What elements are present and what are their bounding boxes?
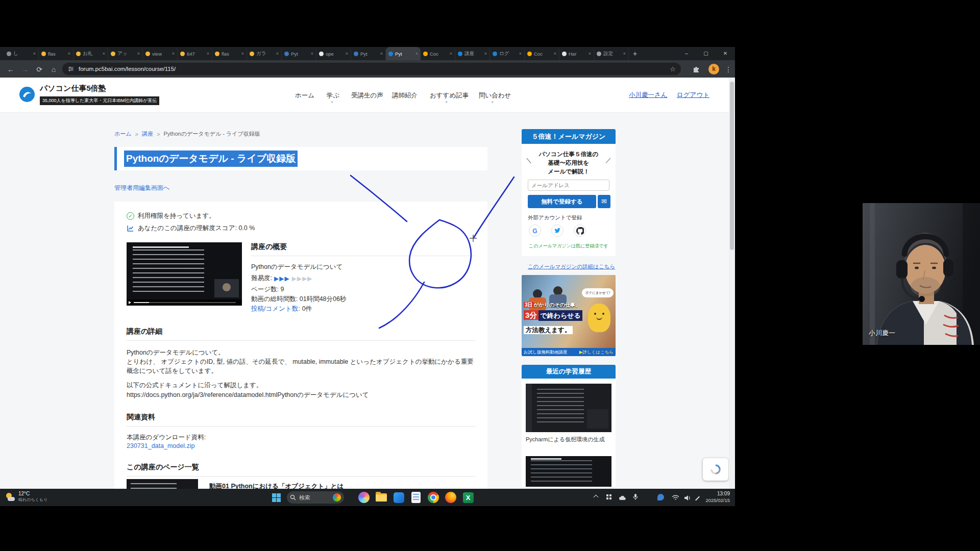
tab-close-icon[interactable]: × bbox=[623, 51, 626, 56]
subscribe-button[interactable]: 無料で登録する bbox=[528, 195, 596, 208]
tab-close-icon[interactable]: × bbox=[589, 51, 591, 56]
new-tab-button[interactable]: + bbox=[629, 47, 641, 60]
browser-tab[interactable]: ガラ× bbox=[247, 47, 282, 60]
mailmagazine-detail-link[interactable]: このメールマガジンの詳細はこちら bbox=[528, 263, 615, 270]
browser-tab[interactable]: Pyt× bbox=[351, 47, 386, 60]
site-info-icon[interactable] bbox=[67, 65, 75, 72]
tab-close-icon[interactable]: × bbox=[311, 51, 313, 56]
start-button[interactable] bbox=[270, 491, 283, 504]
site-brand-title[interactable]: パソコン仕事5倍塾 bbox=[40, 84, 106, 93]
user-account-link[interactable]: 小川慶一さん bbox=[629, 91, 668, 99]
tray-wifi-icon[interactable] bbox=[672, 493, 679, 503]
tab-close-icon[interactable]: × bbox=[207, 51, 209, 56]
bookmark-star-icon[interactable]: ☆ bbox=[670, 65, 676, 73]
tray-mic-icon[interactable] bbox=[632, 493, 639, 503]
page-scrollbar[interactable] bbox=[729, 78, 735, 489]
admin-edit-link[interactable]: 管理者用編集画面へ bbox=[114, 184, 169, 192]
tab-close-icon[interactable]: × bbox=[103, 51, 105, 56]
history-item-title[interactable]: Pycharmによる仮想環境の生成 bbox=[526, 436, 604, 443]
nav-home[interactable]: ホーム bbox=[295, 91, 314, 100]
window-minimize-button[interactable]: – bbox=[677, 47, 696, 60]
google-login-button[interactable]: G bbox=[529, 224, 541, 237]
envelope-icon[interactable]: ✉ bbox=[598, 195, 610, 208]
window-maximize-button[interactable]: ▢ bbox=[696, 47, 716, 60]
tray-grid-icon[interactable] bbox=[606, 494, 611, 499]
tray-chevron-icon[interactable] bbox=[594, 495, 598, 499]
extensions-icon[interactable] bbox=[692, 65, 700, 73]
logout-link[interactable]: ログアウト bbox=[677, 91, 709, 99]
tray-chat-icon[interactable] bbox=[657, 494, 664, 500]
history-thumbnail-2[interactable] bbox=[526, 456, 611, 487]
tab-close-icon[interactable]: × bbox=[241, 51, 244, 56]
ad-banner[interactable]: 3日がかりのその仕事、 3分で終わらせる 方法教えます。 ボクにまかせて! お試… bbox=[522, 275, 616, 356]
tab-close-icon[interactable]: × bbox=[554, 51, 556, 56]
taskbar-notepad-icon[interactable] bbox=[409, 491, 423, 504]
tab-close-icon[interactable]: × bbox=[68, 51, 70, 56]
browser-tab[interactable]: 設定× bbox=[594, 47, 629, 60]
lesson-item-title[interactable]: 動画01 Pythonにおける「オブジェクト」とは bbox=[209, 482, 344, 489]
tab-close-icon[interactable]: × bbox=[484, 51, 487, 56]
nav-learn[interactable]: 学ぶ bbox=[327, 91, 339, 100]
tray-onedrive-icon[interactable] bbox=[619, 494, 626, 503]
back-button[interactable]: ← bbox=[5, 64, 16, 75]
clock-widget[interactable]: 13:09 2025/02/15 bbox=[705, 490, 730, 504]
home-button[interactable]: ⌂ bbox=[48, 64, 59, 75]
taskbar-explorer-icon[interactable] bbox=[375, 491, 388, 504]
tab-close-icon[interactable]: × bbox=[450, 51, 452, 56]
twitter-login-button[interactable] bbox=[551, 224, 564, 237]
comments-label-link[interactable]: 投稿/コメント数: bbox=[251, 305, 300, 313]
taskbar-chrome-icon[interactable] bbox=[427, 491, 440, 504]
tab-close-icon[interactable]: × bbox=[346, 51, 348, 56]
browser-tab[interactable]: view× bbox=[143, 47, 178, 60]
nav-contact[interactable]: 問い合わせ bbox=[479, 91, 511, 100]
browser-tab[interactable]: アッ× bbox=[108, 47, 143, 60]
browser-tab[interactable]: Pyt× bbox=[282, 47, 316, 60]
profile-avatar[interactable]: k bbox=[708, 64, 719, 74]
history-thumbnail[interactable] bbox=[526, 384, 611, 432]
browser-menu-icon[interactable]: ⋮ bbox=[723, 64, 734, 75]
breadcrumb-courses[interactable]: 講座 bbox=[142, 130, 153, 138]
browser-tab[interactable]: Har× bbox=[559, 47, 594, 60]
taskbar-photos-icon[interactable] bbox=[392, 491, 405, 504]
tab-close-icon[interactable]: × bbox=[519, 51, 522, 56]
taskbar-copilot-icon[interactable] bbox=[357, 491, 371, 504]
browser-tab-active[interactable]: Pyt× bbox=[386, 47, 421, 60]
video-controls[interactable] bbox=[127, 299, 242, 306]
browser-tab[interactable]: ログ× bbox=[490, 47, 525, 60]
browser-tab[interactable]: し× bbox=[4, 47, 39, 60]
tray-pen-icon[interactable] bbox=[694, 494, 701, 503]
taskbar-excel-icon[interactable]: X bbox=[461, 491, 475, 504]
browser-tab[interactable]: Coc× bbox=[525, 47, 559, 60]
tab-close-icon[interactable]: × bbox=[33, 51, 36, 56]
browser-tab[interactable]: flas× bbox=[39, 47, 74, 60]
tab-close-icon[interactable]: × bbox=[172, 51, 175, 56]
browser-tab[interactable]: 講座× bbox=[455, 47, 490, 60]
nav-articles[interactable]: おすすめ記事 bbox=[430, 91, 469, 100]
window-close-button[interactable]: ✕ bbox=[716, 47, 735, 60]
search-box[interactable]: 検索 bbox=[287, 491, 344, 504]
browser-tab[interactable]: ope× bbox=[316, 47, 351, 60]
video-thumbnail[interactable] bbox=[127, 242, 242, 306]
url-text[interactable]: forum.pc5bai.com/lesson/course/115/ bbox=[79, 66, 666, 72]
reload-button[interactable]: ⟳ bbox=[34, 64, 45, 75]
scrollbar-thumb[interactable] bbox=[730, 82, 734, 250]
browser-tab[interactable]: Coc× bbox=[421, 47, 455, 60]
lesson-item-thumbnail[interactable] bbox=[127, 479, 198, 489]
nav-instructors[interactable]: 講師紹介 bbox=[392, 91, 418, 100]
github-login-button[interactable] bbox=[574, 224, 586, 237]
play-icon[interactable] bbox=[129, 301, 131, 304]
forward-button[interactable]: → bbox=[19, 64, 31, 75]
nav-voices[interactable]: 受講生の声 bbox=[351, 91, 383, 100]
weather-widget[interactable]: 12°C 晴れのちくもり bbox=[5, 491, 47, 503]
breadcrumb-home[interactable]: ホーム bbox=[114, 130, 132, 138]
download-zip-link[interactable]: 230731_data_model.zip bbox=[127, 442, 194, 449]
site-logo[interactable] bbox=[19, 87, 35, 102]
email-input[interactable] bbox=[528, 180, 609, 191]
browser-tab[interactable]: お礼× bbox=[74, 47, 108, 60]
address-bar[interactable]: forum.pc5bai.com/lesson/course/115/ ☆ bbox=[62, 63, 681, 75]
tab-close-icon[interactable]: × bbox=[137, 51, 140, 56]
tab-close-icon[interactable]: × bbox=[415, 51, 418, 56]
browser-tab[interactable]: 647× bbox=[178, 47, 212, 60]
taskbar-firefox-icon[interactable] bbox=[444, 491, 457, 504]
tab-close-icon[interactable]: × bbox=[380, 51, 383, 56]
